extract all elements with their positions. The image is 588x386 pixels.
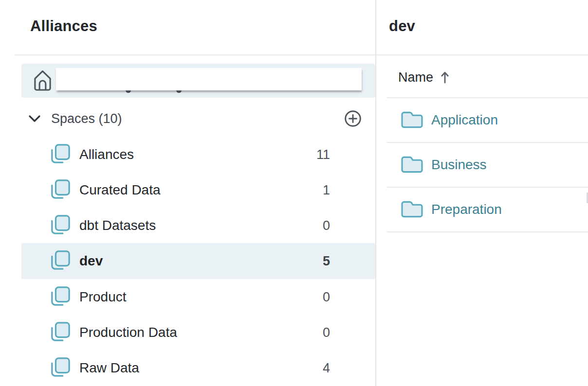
folder-link: Application	[431, 112, 498, 128]
sidebar-item-raw-data[interactable]: Raw Data 4	[21, 350, 375, 386]
sidebar-item-dev[interactable]: dev 5	[21, 243, 375, 279]
main-title-divider	[376, 54, 588, 55]
column-header-name[interactable]: Name	[398, 64, 449, 91]
space-item-label: Product	[79, 289, 127, 305]
page-title: dev	[389, 18, 415, 35]
space-item-count: 0	[323, 325, 330, 340]
space-item-label: Alliances	[79, 147, 134, 162]
folder-link: Preparation	[431, 202, 502, 217]
home-breadcrumb-row[interactable]	[21, 64, 375, 98]
space-icon	[50, 215, 71, 236]
redacted-overlay	[56, 68, 362, 90]
spaces-section-header: Spaces (10)	[21, 101, 375, 137]
space-item-count: 1	[323, 182, 330, 197]
space-item-count: 0	[323, 289, 330, 304]
space-item-count: 5	[323, 254, 330, 269]
folder-link: Business	[431, 157, 487, 173]
column-header-label: Name	[398, 70, 433, 85]
sidebar-title-divider	[15, 54, 375, 55]
sidebar-title: Alliances	[30, 18, 97, 35]
space-icon	[50, 250, 71, 272]
folder-row-application[interactable]: Application	[387, 98, 588, 143]
space-icon	[50, 144, 71, 165]
space-item-label: Raw Data	[79, 360, 139, 376]
space-item-count: 4	[323, 360, 330, 375]
sidebar-item-dbt-datasets[interactable]: dbt Datasets 0	[21, 208, 375, 243]
sidebar-item-curated-data[interactable]: Curated Data 1	[21, 172, 375, 208]
space-item-label: Production Data	[79, 325, 177, 340]
add-space-button[interactable]	[344, 110, 362, 127]
plus-circle-icon	[344, 110, 362, 127]
space-item-count: 11	[316, 147, 330, 162]
panel-divider	[375, 0, 376, 386]
space-icon	[50, 179, 71, 201]
space-item-count: 0	[323, 218, 330, 233]
space-item-label: dbt Datasets	[79, 218, 156, 233]
space-icon	[50, 286, 71, 308]
space-item-label: Curated Data	[79, 182, 161, 198]
folder-icon	[401, 200, 423, 220]
folder-row-preparation[interactable]: Preparation	[387, 188, 588, 232]
space-icon	[50, 357, 71, 379]
home-icon	[33, 69, 52, 92]
folder-row-business[interactable]: Business	[387, 143, 588, 188]
sidebar-item-product[interactable]: Product 0	[21, 279, 375, 315]
sidebar-item-production-data[interactable]: Production Data 0	[21, 315, 375, 350]
workspace-app: Alliances Spaces (10) Alliances 11 Curat…	[0, 0, 588, 386]
spaces-section-label: Spaces (10)	[51, 111, 122, 126]
folder-icon	[401, 110, 423, 130]
folder-icon	[401, 155, 423, 175]
space-icon	[50, 322, 71, 343]
sidebar-item-alliances[interactable]: Alliances 11	[21, 137, 375, 172]
space-item-label: dev	[79, 253, 103, 269]
arrow-up-icon	[441, 70, 449, 84]
chevron-down-icon[interactable]	[28, 115, 41, 123]
